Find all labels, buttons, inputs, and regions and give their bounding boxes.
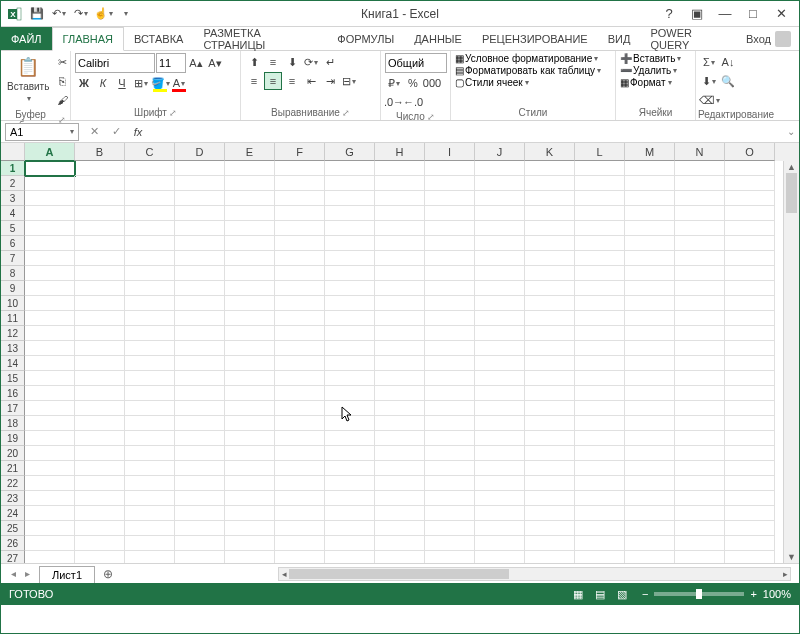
cell[interactable] [575,371,625,386]
column-header[interactable]: J [475,143,525,161]
cell[interactable] [275,536,325,551]
cell[interactable] [725,401,775,416]
scroll-down-icon[interactable]: ▼ [784,551,799,563]
cell[interactable] [225,551,275,563]
tab-review[interactable]: РЕЦЕНЗИРОВАНИЕ [472,27,598,50]
cell[interactable] [325,461,375,476]
cell[interactable] [675,416,725,431]
cell[interactable] [125,191,175,206]
font-size-select[interactable] [156,53,186,73]
cell[interactable] [525,176,575,191]
cell[interactable] [225,341,275,356]
cell[interactable] [575,191,625,206]
cell[interactable] [475,536,525,551]
cell[interactable] [75,461,125,476]
fx-button[interactable]: fx [127,123,149,141]
align-right-button[interactable]: ≡ [283,72,301,90]
cell[interactable] [575,386,625,401]
cell[interactable] [25,356,75,371]
font-name-select[interactable] [75,53,155,73]
cell[interactable] [25,476,75,491]
enter-formula-button[interactable]: ✓ [105,123,127,141]
horizontal-scrollbar[interactable]: ◂ ▸ [278,567,791,581]
expand-formula-bar-button[interactable]: ⌄ [783,126,799,137]
row-header[interactable]: 14 [1,356,25,371]
cell[interactable] [625,371,675,386]
cell[interactable] [275,446,325,461]
cell[interactable] [325,491,375,506]
increase-indent-button[interactable]: ⇥ [321,72,339,90]
cell[interactable] [175,236,225,251]
increase-decimal-button[interactable]: .0→ [385,93,403,111]
cell[interactable] [375,506,425,521]
cell[interactable] [225,416,275,431]
cell[interactable] [175,356,225,371]
cell[interactable] [275,416,325,431]
cell[interactable] [625,266,675,281]
column-header[interactable]: B [75,143,125,161]
cell[interactable] [675,506,725,521]
cell[interactable] [575,236,625,251]
cell[interactable] [125,311,175,326]
row-header[interactable]: 26 [1,536,25,551]
cell[interactable] [325,431,375,446]
row-header[interactable]: 16 [1,386,25,401]
cell[interactable] [75,266,125,281]
cell[interactable] [125,221,175,236]
cell[interactable] [675,176,725,191]
cell[interactable] [575,551,625,563]
format-painter-button[interactable]: 🖌 [53,91,71,109]
cell[interactable] [675,446,725,461]
underline-button[interactable]: Ч [113,74,131,92]
cell[interactable] [175,461,225,476]
name-box[interactable]: A1 ▾ [5,123,79,141]
cell[interactable] [425,221,475,236]
cell[interactable] [75,176,125,191]
column-header[interactable]: F [275,143,325,161]
cell[interactable] [475,236,525,251]
cell[interactable] [475,446,525,461]
cell[interactable] [575,356,625,371]
cell[interactable] [575,251,625,266]
cell[interactable] [225,206,275,221]
cell[interactable] [325,236,375,251]
column-header[interactable]: L [575,143,625,161]
cell[interactable] [625,326,675,341]
cell[interactable] [175,491,225,506]
column-header[interactable]: G [325,143,375,161]
cell[interactable] [625,431,675,446]
comma-button[interactable]: 000 [423,74,441,92]
cell[interactable] [225,401,275,416]
cell[interactable] [25,176,75,191]
cell[interactable] [475,476,525,491]
cell[interactable] [525,206,575,221]
cell[interactable] [725,506,775,521]
cell[interactable] [475,461,525,476]
cell[interactable] [175,386,225,401]
cell[interactable] [475,416,525,431]
cell[interactable] [575,431,625,446]
cell[interactable] [25,296,75,311]
cell[interactable] [125,491,175,506]
cell[interactable] [375,371,425,386]
row-header[interactable]: 4 [1,206,25,221]
cell[interactable] [125,206,175,221]
cell[interactable] [175,401,225,416]
cell[interactable] [325,191,375,206]
cell[interactable] [375,176,425,191]
cell[interactable] [375,491,425,506]
cell[interactable] [225,371,275,386]
launcher-icon[interactable]: ⤢ [169,108,177,118]
cell[interactable] [225,446,275,461]
cell[interactable] [325,251,375,266]
cell[interactable] [425,371,475,386]
cell[interactable] [325,446,375,461]
cell[interactable] [725,461,775,476]
row-header[interactable]: 12 [1,326,25,341]
cell[interactable] [725,191,775,206]
cell[interactable] [375,311,425,326]
cell[interactable] [275,221,325,236]
tab-view[interactable]: ВИД [598,27,641,50]
decrease-decimal-button[interactable]: ←.0 [404,93,422,111]
ribbon-options-button[interactable]: ▣ [687,4,707,24]
